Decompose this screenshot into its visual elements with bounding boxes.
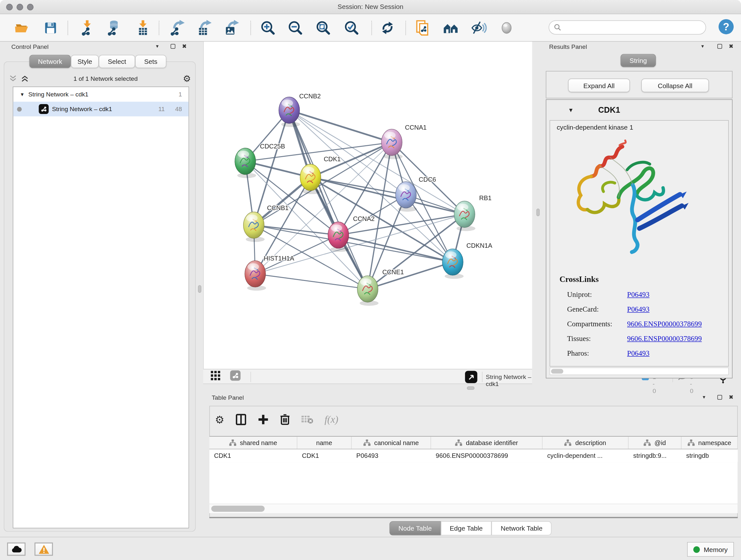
string-import-button[interactable] — [414, 19, 431, 37]
tab-node-table[interactable]: Node Table — [389, 521, 441, 536]
crosslink-row: Pharos:P06493 — [567, 346, 723, 361]
node-HIST1H1A[interactable] — [245, 260, 266, 291]
column-header-canonical-name[interactable]: canonical name — [352, 436, 431, 449]
tab-network[interactable]: Network — [29, 55, 71, 68]
column-header-shared-name[interactable]: shared name — [209, 436, 297, 449]
warnings-button[interactable] — [35, 543, 53, 556]
tab-network-table[interactable]: Network Table — [492, 521, 551, 536]
crosslink-link[interactable]: 9606.ENSP00000378699 — [627, 320, 702, 328]
import-network-file-button[interactable] — [78, 19, 95, 37]
tab-string[interactable]: String — [620, 54, 656, 67]
tab-edge-table[interactable]: Edge Table — [441, 521, 492, 536]
table-cell[interactable]: stringdb — [681, 449, 738, 462]
search-input[interactable] — [561, 23, 705, 31]
detach-view-button[interactable] — [465, 371, 477, 383]
save-floppy-icon — [44, 21, 57, 35]
add-column-icon[interactable] — [258, 414, 269, 425]
table-cell[interactable]: stringdb:9... — [629, 449, 682, 462]
zoom-in-button[interactable] — [259, 19, 276, 37]
import-table-file-button[interactable] — [134, 19, 151, 37]
search-box[interactable] — [549, 20, 706, 35]
control-panel-close-icon[interactable]: ✖ — [182, 43, 187, 50]
collapse-all-button[interactable]: Collapse All — [642, 78, 709, 92]
node-RB1[interactable] — [454, 201, 475, 231]
refresh-button[interactable] — [379, 19, 396, 37]
network-view-canvas[interactable]: CCNB2CCNA1CDC25BCDK1CDC6RB1CCNB1CCNA2CDK… — [203, 42, 532, 369]
node-CCNA2[interactable] — [328, 222, 349, 252]
grid-view-button[interactable] — [207, 367, 224, 384]
table-panel-float-icon[interactable] — [718, 395, 722, 400]
table-panel-collapse-icon[interactable]: ▾ — [703, 394, 705, 400]
help-button[interactable]: ? — [718, 18, 734, 35]
network-collection-row[interactable]: ▼ String Network – cdk1 1 — [13, 87, 188, 102]
crosslink-link[interactable]: P06493 — [627, 349, 650, 358]
export-image-button[interactable] — [222, 19, 239, 37]
table-cell[interactable]: CDK1 — [209, 449, 297, 462]
zoom-selected-button[interactable] — [343, 19, 360, 37]
export-table-button[interactable] — [195, 19, 212, 37]
column-header--id[interactable]: @id — [629, 436, 682, 449]
right-splitter-handle[interactable] — [536, 208, 540, 216]
tab-sets[interactable]: Sets — [135, 55, 166, 68]
zoom-out-button[interactable] — [287, 19, 304, 37]
table-cell[interactable]: P06493 — [352, 449, 431, 462]
table-cell[interactable]: cyclin-dependent ... — [542, 449, 629, 462]
expand-all-button[interactable]: Expand All — [568, 78, 630, 92]
control-panel-collapse-icon[interactable]: ▾ — [156, 43, 158, 49]
collapse-all-icon[interactable] — [10, 75, 17, 82]
crosslink-label: Pharos: — [567, 349, 627, 358]
table-cell[interactable]: 9606.ENSP00000378699 — [431, 449, 542, 462]
crosslink-link[interactable]: 9606.ENSP00000378699 — [627, 334, 702, 343]
expand-all-icon[interactable] — [21, 75, 28, 82]
results-panel-float-icon[interactable] — [718, 44, 722, 49]
export-network-button[interactable] — [168, 19, 185, 37]
horizontal-splitter-handle[interactable] — [467, 386, 475, 389]
node-label-CDC25B: CDC25B — [260, 143, 285, 150]
network-options-gear-icon[interactable]: ⚙ — [183, 73, 191, 84]
memory-button[interactable]: Memory — [687, 542, 734, 557]
show-columns-icon[interactable] — [236, 414, 246, 425]
node-CDC25B[interactable] — [235, 148, 256, 178]
results-horizontal-scrollbar[interactable] — [549, 368, 729, 375]
node-CCNB1[interactable] — [244, 212, 265, 242]
zoom-fit-button[interactable] — [315, 19, 332, 37]
graphics-details-button[interactable] — [498, 19, 515, 37]
table-row[interactable]: CDK1CDK1P064939606.ENSP00000378699cyclin… — [209, 449, 738, 462]
table-cell[interactable]: CDK1 — [297, 449, 351, 462]
open-session-button[interactable] — [13, 19, 30, 37]
cloud-button[interactable] — [7, 543, 25, 556]
control-panel-float-icon[interactable] — [171, 44, 176, 49]
scrollbar-thumb[interactable] — [211, 506, 265, 512]
node-CDKN1A[interactable] — [442, 249, 464, 279]
svg-text:?: ? — [723, 21, 729, 32]
left-splitter-handle[interactable] — [198, 285, 201, 293]
crosslink-link[interactable]: P06493 — [627, 305, 650, 314]
network-view-mode-button[interactable] — [227, 367, 244, 384]
glass-effect-button[interactable] — [470, 19, 487, 37]
tab-select[interactable]: Select — [99, 55, 135, 68]
table-horizontal-scrollbar[interactable] — [209, 504, 738, 513]
delete-column-icon[interactable] — [280, 414, 290, 425]
results-panel-close-icon[interactable]: ✖ — [729, 43, 733, 50]
scrollbar-thumb[interactable] — [551, 369, 563, 374]
column-header-namespace[interactable]: namespace — [681, 436, 738, 449]
table-options-gear-icon[interactable]: ⚙ — [215, 414, 224, 426]
collection-expander-icon[interactable]: ▼ — [20, 91, 24, 97]
zoom-out-icon — [287, 20, 303, 36]
node-CDC6[interactable] — [395, 182, 417, 212]
table-panel-close-icon[interactable]: ✖ — [729, 394, 733, 401]
gene-section-header[interactable]: ▼ CDK1 — [548, 102, 730, 118]
string-home-button[interactable] — [442, 19, 459, 37]
results-panel-collapse-icon[interactable]: ▾ — [701, 43, 704, 49]
gene-expander-icon[interactable]: ▼ — [568, 107, 574, 114]
import-network-database-button[interactable] — [105, 19, 122, 37]
column-header-database-identifier[interactable]: database identifier — [431, 436, 542, 449]
node-CCNE1[interactable] — [357, 276, 379, 306]
tab-style[interactable]: Style — [71, 55, 98, 68]
column-header-name[interactable]: name — [297, 436, 351, 449]
save-session-button[interactable] — [42, 19, 59, 37]
node-CCNB2[interactable] — [279, 97, 300, 127]
column-header-description[interactable]: description — [542, 436, 629, 449]
network-row-selected[interactable]: String Network – cdk1 11 48 — [13, 102, 188, 117]
crosslink-link[interactable]: P06493 — [627, 290, 650, 299]
